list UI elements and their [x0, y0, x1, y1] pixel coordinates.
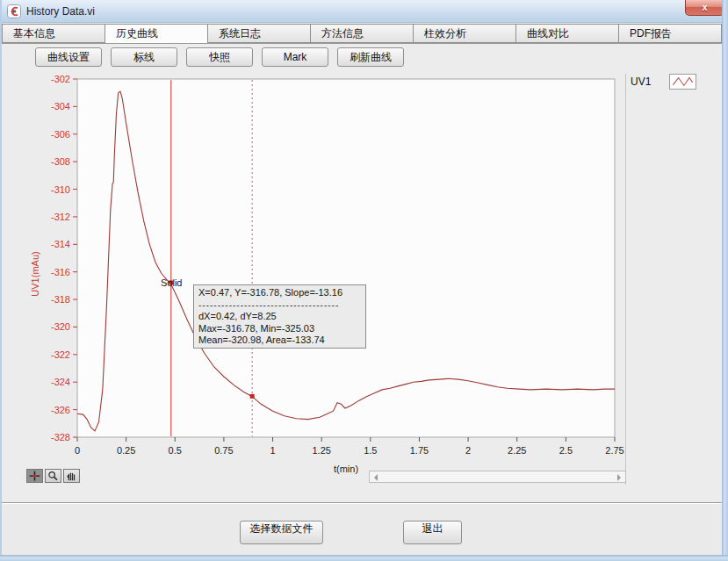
tab-page-border: [2, 43, 722, 44]
hand-icon: [64, 470, 79, 482]
svg-text:0: 0: [75, 445, 80, 456]
pan-tool-button[interactable]: [63, 469, 80, 483]
x-axis-title: t(min): [334, 464, 358, 474]
scroll-right-icon[interactable]: [617, 474, 621, 481]
graph-horizontal-scrollbar[interactable]: [369, 471, 626, 483]
tooltip-line-meanarea: Mean=-320.98, Area=-133.74: [198, 334, 361, 347]
svg-text:-322: -322: [51, 349, 70, 360]
cursor-solid-label: Solid: [161, 277, 182, 288]
svg-text:-302: -302: [51, 74, 70, 84]
svg-text:1: 1: [270, 445, 275, 456]
svg-text:2.75: 2.75: [605, 445, 623, 456]
tab-5[interactable]: 曲线对比: [516, 24, 619, 43]
svg-text:1.5: 1.5: [364, 445, 377, 456]
svg-text:-316: -316: [51, 267, 70, 277]
exit-button[interactable]: 退出: [403, 521, 462, 544]
svg-text:1.25: 1.25: [312, 445, 330, 456]
svg-text:-314: -314: [51, 239, 70, 249]
tab-0[interactable]: 基本信息: [2, 24, 105, 43]
svg-text:-324: -324: [51, 377, 70, 387]
crosshair-icon: [27, 470, 42, 482]
toolbar-button-3[interactable]: Mark: [262, 47, 328, 67]
toolbar-button-1[interactable]: 标线: [111, 47, 177, 67]
svg-text:-306: -306: [51, 129, 70, 140]
plot-legend[interactable]: UV1: [631, 73, 710, 90]
svg-text:-308: -308: [51, 156, 70, 167]
svg-text:-304: -304: [51, 101, 70, 111]
tooltip-line-dxdy: dX=0.42, dY=8.25: [198, 311, 361, 323]
history-data-window: History Data.vi x 基本信息历史曲线系统日志方法信息柱效分析曲线…: [0, 0, 728, 561]
tab-3[interactable]: 方法信息: [311, 24, 414, 43]
svg-text:0.5: 0.5: [169, 445, 182, 456]
toolbar-button-2[interactable]: 快照: [186, 47, 253, 67]
svg-text:2: 2: [465, 445, 471, 456]
select-data-file-button[interactable]: 选择数据文件: [240, 521, 323, 544]
svg-text:0.75: 0.75: [214, 445, 233, 456]
graph-tools-palette: [26, 469, 80, 483]
toolbar-button-0[interactable]: 曲线设置: [35, 47, 102, 67]
toolbar-button-4[interactable]: 刷新曲线: [337, 47, 404, 67]
window-titlebar[interactable]: History Data.vi x: [0, 0, 728, 23]
tab-2[interactable]: 系统日志: [208, 24, 311, 43]
labview-vi-icon: [7, 4, 21, 18]
plot-area: [77, 79, 615, 437]
scroll-left-icon[interactable]: [374, 474, 378, 481]
legend-line-glyph[interactable]: [669, 74, 696, 90]
zoom-tool-button[interactable]: [45, 469, 61, 483]
plot-svg[interactable]: -302-304-306-308-310-312-314-316-318-320…: [25, 74, 626, 486]
window-border-left: [0, 0, 2, 561]
magnifier-icon: [46, 470, 61, 482]
svg-text:-312: -312: [51, 212, 70, 222]
svg-text:1.75: 1.75: [410, 445, 429, 456]
uv1-history-graph[interactable]: -302-304-306-308-310-312-314-316-318-320…: [25, 74, 626, 486]
tab-6[interactable]: PDF报告: [619, 24, 722, 43]
tab-1[interactable]: 历史曲线: [105, 24, 208, 44]
graph-frame-edge: [625, 74, 626, 485]
svg-text:-320: -320: [51, 321, 70, 332]
window-border-right: [722, 0, 728, 561]
footer-bar: 选择数据文件 退出: [2, 504, 722, 555]
svg-text:2.25: 2.25: [508, 445, 526, 456]
tooltip-separator: -------------------------------------: [198, 299, 361, 312]
svg-text:-318: -318: [51, 294, 70, 305]
legend-uv1-label: UV1: [631, 76, 669, 88]
y-axis-title: UV1(mAu): [30, 251, 40, 296]
cursor-readout-tooltip[interactable]: X=0.47, Y=-316.78, Slope=-13.16 --------…: [193, 284, 366, 349]
tooltip-line-maxmin: Max=-316.78, Min=-325.03: [198, 323, 361, 335]
svg-text:2.5: 2.5: [559, 445, 573, 456]
close-button[interactable]: x: [685, 0, 724, 16]
window-title: History Data.vi: [26, 5, 95, 18]
cursor-marker: [250, 394, 255, 399]
tab-4[interactable]: 柱效分析: [414, 24, 516, 43]
tooltip-line-xy: X=0.47, Y=-316.78, Slope=-13.16: [198, 287, 361, 299]
tab-bar: 基本信息历史曲线系统日志方法信息柱效分析曲线对比PDF报告: [2, 24, 722, 44]
svg-text:-328: -328: [51, 432, 70, 442]
curve-toolbar: 曲线设置标线快照Mark刷新曲线: [35, 47, 404, 67]
cursor-move-tool-button[interactable]: [26, 469, 43, 483]
svg-text:0.25: 0.25: [117, 445, 135, 456]
svg-text:-326: -326: [51, 405, 70, 415]
window-border-bottom: [0, 555, 728, 561]
svg-text:-310: -310: [51, 184, 70, 195]
